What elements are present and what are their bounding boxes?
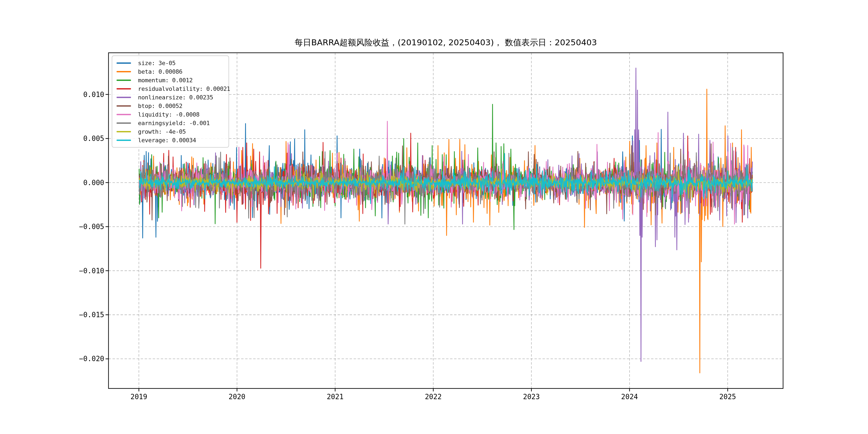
legend-line-icon — [117, 62, 131, 64]
legend-line-icon — [117, 122, 131, 124]
legend-line-icon — [117, 97, 131, 98]
legend-line-icon — [117, 71, 131, 72]
legend-item-label: leverage: 0.00034 — [138, 137, 196, 144]
legend-item-label: size: 3e-05 — [138, 60, 176, 66]
x-tick-label: 2019 — [130, 393, 147, 401]
legend-item-liquidity: liquidity: -0.0008 — [116, 110, 225, 119]
legend-item-btop: btop: 0.00052 — [116, 101, 225, 110]
legend-item-label: liquidity: -0.0008 — [138, 111, 199, 118]
y-tick-label: −0.005 — [79, 223, 104, 231]
legend-line-icon — [117, 140, 131, 141]
y-tick-label: −0.010 — [79, 267, 104, 275]
legend-item-nonlinearsize: nonlinearsize: 0.00235 — [116, 93, 225, 101]
legend-line-icon — [117, 131, 131, 132]
legend-line-icon — [117, 114, 131, 115]
y-tick-label: 0.010 — [83, 91, 104, 99]
legend-item-residualvolatility: residualvolatility: 0.00021 — [116, 84, 225, 93]
x-tick-label: 2023 — [523, 393, 540, 401]
legend-item-size: size: 3e-05 — [116, 59, 225, 67]
legend-item-label: beta: 0.00086 — [138, 68, 182, 75]
y-tick-label: 0.000 — [83, 179, 104, 187]
figure: 每日BARRA超额风险收益，(20190102, 20250403)， 数值表示… — [0, 0, 868, 434]
legend-item-leverage: leverage: 0.00034 — [116, 136, 225, 145]
y-tick-label: 0.005 — [83, 134, 104, 143]
legend-item-label: momentum: 0.0012 — [138, 77, 193, 84]
legend-item-label: btop: 0.00052 — [138, 103, 182, 109]
legend-item-label: earningsyield: -0.001 — [138, 120, 210, 126]
chart-title: 每日BARRA超额风险收益，(20190102, 20250403)， 数值表示… — [295, 37, 597, 48]
x-tick-label: 2025 — [719, 393, 736, 401]
y-tick-label: −0.015 — [79, 311, 104, 319]
legend-line-icon — [117, 80, 131, 81]
legend: size: 3e-05beta: 0.00086momentum: 0.0012… — [112, 56, 229, 148]
y-tick-label: −0.020 — [79, 355, 104, 363]
legend-line-icon — [117, 105, 131, 106]
legend-item-beta: beta: 0.00086 — [116, 67, 225, 76]
x-tick-label: 2020 — [228, 393, 245, 401]
x-tick-label: 2022 — [425, 393, 442, 401]
x-tick-label: 2024 — [621, 393, 638, 401]
legend-item-growth: growth: -4e-05 — [116, 127, 225, 136]
x-tick-label: 2021 — [327, 393, 344, 401]
legend-line-icon — [117, 88, 131, 90]
legend-item-label: nonlinearsize: 0.00235 — [138, 94, 213, 101]
legend-item-label: growth: -4e-05 — [138, 128, 186, 135]
legend-item-label: residualvolatility: 0.00021 — [138, 86, 230, 92]
legend-item-momentum: momentum: 0.0012 — [116, 76, 225, 84]
legend-item-earningsyield: earningsyield: -0.001 — [116, 119, 225, 127]
